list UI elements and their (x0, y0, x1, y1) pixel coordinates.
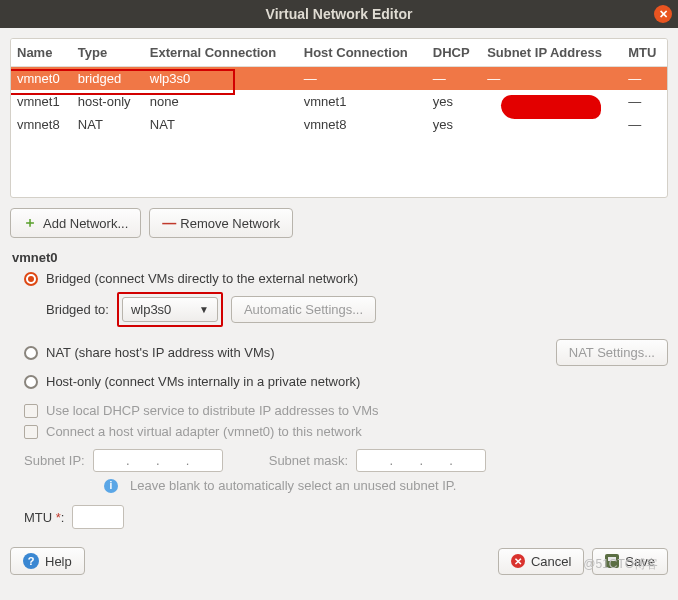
col-dhcp[interactable]: DHCP (427, 39, 481, 67)
current-network-label: vmnet0 (12, 250, 668, 265)
titlebar: Virtual Network Editor ✕ (0, 0, 678, 28)
cancel-icon: ✕ (511, 554, 525, 568)
bridged-to-label: Bridged to: (46, 302, 109, 317)
close-icon[interactable]: ✕ (654, 5, 672, 23)
chk-host-adapter[interactable] (24, 425, 38, 439)
chk-host-adapter-label: Connect a host virtual adapter (vmnet0) … (46, 424, 362, 439)
help-icon: ? (23, 553, 39, 569)
save-button[interactable]: Save (592, 548, 668, 575)
col-name[interactable]: Name (11, 39, 72, 67)
subnet-ip-label: Subnet IP: (24, 453, 85, 468)
table-header-row: Name Type External Connection Host Conne… (11, 39, 667, 67)
add-network-button[interactable]: ＋ Add Network... (10, 208, 141, 238)
redaction-mark (501, 95, 601, 119)
subnet-hint: Leave blank to automatically select an u… (130, 478, 456, 493)
window-title: Virtual Network Editor (266, 6, 413, 22)
cancel-button[interactable]: ✕ Cancel (498, 548, 584, 575)
bridged-to-combo[interactable]: wlp3s0 ▼ (122, 297, 218, 322)
radio-nat[interactable] (24, 346, 38, 360)
radio-nat-label: NAT (share host's IP address with VMs) (46, 345, 275, 360)
radio-bridged-label: Bridged (connect VMs directly to the ext… (46, 271, 358, 286)
radio-hostonly[interactable] (24, 375, 38, 389)
chk-dhcp[interactable] (24, 404, 38, 418)
plus-icon: ＋ (23, 214, 37, 232)
annotation-box: wlp3s0 ▼ (117, 292, 223, 327)
col-subnet[interactable]: Subnet IP Address (481, 39, 622, 67)
subnet-mask-label: Subnet mask: (269, 453, 349, 468)
subnet-mask-input[interactable]: ... (356, 449, 486, 472)
radio-hostonly-label: Host-only (connect VMs internally in a p… (46, 374, 360, 389)
help-button[interactable]: ? Help (10, 547, 85, 575)
chevron-down-icon: ▼ (199, 304, 209, 315)
remove-network-button[interactable]: — Remove Network (149, 208, 293, 238)
automatic-settings-button[interactable]: Automatic Settings... (231, 296, 376, 323)
minus-icon: — (162, 215, 174, 231)
toolbar: ＋ Add Network... — Remove Network (10, 208, 668, 238)
table-row[interactable]: vmnet0 bridged wlp3s0 — — — — (11, 67, 667, 91)
subnet-ip-input[interactable]: ... (93, 449, 223, 472)
network-table: Name Type External Connection Host Conne… (10, 38, 668, 198)
col-mtu[interactable]: MTU (622, 39, 667, 67)
col-type[interactable]: Type (72, 39, 144, 67)
col-ext[interactable]: External Connection (144, 39, 298, 67)
info-icon: i (104, 479, 118, 493)
radio-bridged[interactable] (24, 272, 38, 286)
save-icon (605, 554, 619, 568)
chk-dhcp-label: Use local DHCP service to distribute IP … (46, 403, 379, 418)
col-host[interactable]: Host Connection (298, 39, 427, 67)
mtu-label: MTU *: (24, 510, 64, 525)
nat-settings-button[interactable]: NAT Settings... (556, 339, 668, 366)
mtu-input[interactable] (72, 505, 124, 529)
